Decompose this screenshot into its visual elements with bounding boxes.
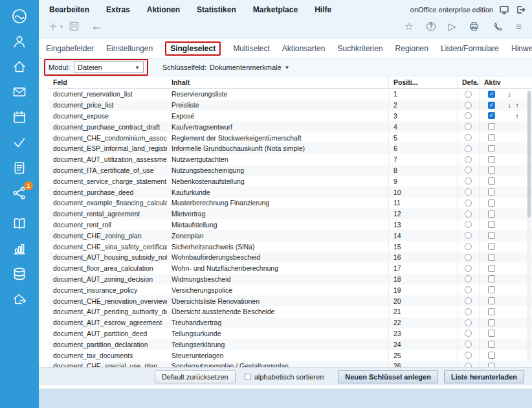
menu-extras[interactable]: Extras [106,5,130,14]
active-checkbox[interactable] [488,319,495,326]
table-row[interactable]: document_CHE_zoning_planZonenplan14↓↑ [49,230,532,241]
tab-einstellungen[interactable]: Einstellungen [106,44,153,53]
active-checkbox[interactable] [488,352,495,359]
table-row[interactable]: document_purchase_contract_draftKaufvert… [49,121,532,132]
table-row[interactable]: document_reservation_listReservierungsli… [49,89,532,100]
default-radio[interactable] [465,341,472,348]
table-row[interactable]: document_AUT_partition_deedTeilungsurkun… [49,328,532,339]
table-row[interactable]: document_purchase_deedKaufurkunde10↓↑ [49,187,532,198]
active-checkbox[interactable] [488,188,495,196]
table-row[interactable]: document_ITA_certificate_of_useNutzungsb… [49,165,532,176]
active-checkbox[interactable] [488,123,495,130]
active-checkbox[interactable] [488,297,495,304]
active-checkbox[interactable] [488,177,495,185]
move-up-icon[interactable]: ↑ [514,112,520,120]
active-checkbox[interactable] [488,199,495,207]
move-down-icon[interactable]: ↓ [506,90,513,98]
default-radio[interactable] [465,91,472,98]
back-icon[interactable]: ← [91,19,102,33]
active-checkbox[interactable] [488,341,495,348]
tab-eingabefelder[interactable]: Eingabefelder [46,44,94,53]
default-radio[interactable] [465,156,472,163]
default-radio[interactable] [465,297,472,304]
table-row[interactable]: document_CHE_special_use_planSondernutzu… [49,361,532,367]
menu-statistiken[interactable]: Statistiken [197,5,236,14]
scrollbar-thumb[interactable] [527,91,531,218]
email-icon[interactable] [10,84,28,100]
move-up-icon[interactable]: ↑ [514,101,520,109]
default-radio[interactable] [465,102,472,109]
tab-listen-formulare[interactable]: Listen/Formulare [441,44,499,53]
active-checkbox[interactable] [488,265,495,272]
download-list-button[interactable]: Liste herunterladen [444,370,524,383]
default-radio[interactable] [465,166,472,174]
active-checkbox[interactable] [488,308,495,315]
table-row[interactable]: document_exposeExposé3↓↑ [49,111,532,122]
menu-marketplace[interactable]: Marketplace [253,5,298,14]
active-checkbox[interactable] [488,286,495,293]
default-radio[interactable] [465,286,472,293]
save-icon[interactable] [69,21,80,32]
table-row[interactable]: document_AUT_housing_subsidy_noticeWohnb… [49,252,532,263]
table-row[interactable]: document_AUT_zoning_decisionWidmungsbesc… [49,274,532,285]
table-row[interactable]: document_CHE_renovation_overviewÜbersich… [49,295,532,306]
default-radio[interactable] [465,188,472,196]
default-radio[interactable] [465,265,472,272]
calendar-icon[interactable] [10,109,28,126]
default-radio[interactable] [465,112,472,119]
table-row[interactable]: document_example_financing_calculationMu… [49,198,532,209]
table-row[interactable]: document_CHE_condominium_associationRegl… [49,132,532,143]
modul-select[interactable]: Dateien ▼ [74,62,144,73]
phone-icon[interactable] [493,21,503,32]
table-row[interactable]: document_AUT_pending_authority_decisionÜ… [49,306,532,317]
property-export-icon[interactable] [10,291,28,308]
default-radio[interactable] [465,199,472,207]
sort-checkbox[interactable] [245,374,251,380]
table-scrollbar[interactable] [527,90,531,362]
active-checkbox[interactable] [488,134,495,141]
table-row[interactable]: document_partition_declarationTeilungser… [49,339,532,350]
properties-icon[interactable] [10,58,28,75]
add-dropdown-icon[interactable]: ▾ [60,23,63,30]
active-checkbox[interactable] [488,363,495,367]
table-row[interactable]: document_tax_documentsSteuerunterlagen25… [49,350,532,361]
new-key-button[interactable]: Neuen Schlüssel anlegen [338,370,438,383]
table-row[interactable]: document_floor_area_calculationWohn- und… [49,263,532,274]
active-checkbox[interactable] [488,145,495,152]
tab-multiselect[interactable]: Multiselect [233,44,270,53]
active-checkbox[interactable] [488,330,495,337]
active-checkbox[interactable] [488,254,495,261]
default-radio[interactable] [465,232,472,239]
table-row[interactable]: document_price_listPreisliste2↓↑ [49,100,532,111]
screen-icon[interactable] [499,5,509,15]
tab-regionen[interactable]: Regionen [395,44,428,53]
logout-icon[interactable] [515,5,526,15]
menu-bearbeiten[interactable]: Bearbeiten [49,5,89,14]
statistics-icon[interactable] [10,240,28,257]
default-radio[interactable] [465,210,472,218]
default-radio[interactable] [465,363,472,367]
table-row[interactable]: document_rental_agreementMietvertrag12↓↑ [49,209,532,220]
onoffice-logo-icon[interactable] [10,8,28,25]
default-radio[interactable] [465,243,472,250]
table-row[interactable]: document_rent_rollMietaufstellung13↓↑ [49,220,532,231]
database-icon[interactable] [10,266,28,282]
table-row[interactable]: document_AUT_utilization_assessmentNutzw… [49,154,532,165]
move-down-icon[interactable]: ↓ [506,101,513,109]
table-row[interactable]: document_service_charge_statementNebenko… [49,176,532,187]
active-checkbox[interactable] [488,156,495,163]
menu-aktionen[interactable]: Aktionen [147,5,180,14]
active-checkbox[interactable] [488,112,495,119]
printer-icon[interactable] [469,21,480,32]
table-row[interactable]: document_CHE_sina_safety_certificateSich… [49,241,532,252]
default-radio[interactable] [465,145,472,152]
active-checkbox[interactable] [488,243,495,250]
default-radio[interactable] [465,275,472,282]
table-row[interactable]: document_AUT_escrow_agreementTreuhandver… [49,317,532,328]
default-radio[interactable] [465,177,472,185]
active-checkbox[interactable] [488,210,495,218]
tab-aktionsarten[interactable]: Aktionsarten [282,44,326,53]
tab-suchkriterien[interactable]: Suchkriterien [338,44,383,53]
default-radio[interactable] [465,254,472,261]
menu-hamburger-icon[interactable]: ≡ [516,21,522,31]
